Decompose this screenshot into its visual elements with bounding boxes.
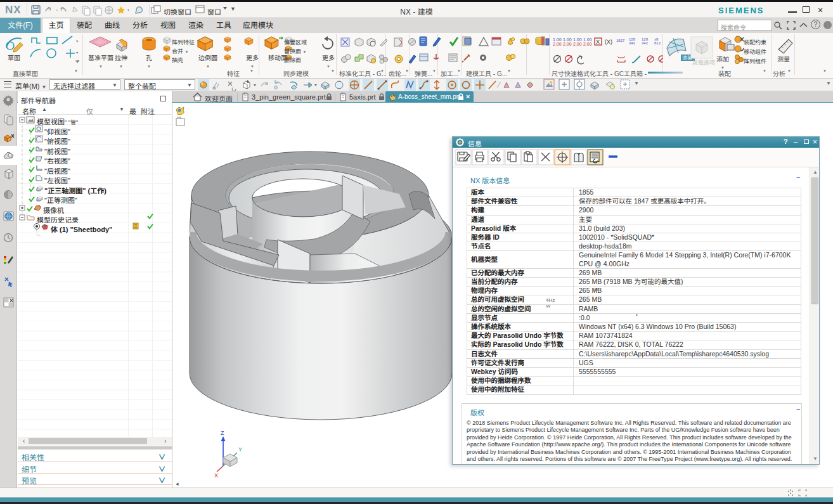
svg-text:2.00: 2.00 (573, 42, 582, 46)
svg-text:Y: Y (238, 446, 242, 453)
svg-text:2.00: 2.00 (583, 42, 592, 46)
svg-text:X: X (596, 39, 600, 45)
svg-text:(X): (X) (605, 39, 612, 45)
svg-text:342: 342 (629, 41, 636, 45)
svg-text:1.00: 1.00 (583, 37, 592, 42)
svg-text:1.00: 1.00 (563, 37, 572, 42)
svg-text:Z: Z (221, 430, 224, 436)
svg-text:2.00: 2.00 (563, 42, 572, 46)
svg-text:2.00: 2.00 (553, 42, 562, 46)
svg-text:1827: 1827 (616, 39, 625, 42)
svg-text:812: 812 (654, 41, 661, 45)
svg-text:1.00: 1.00 (553, 37, 562, 42)
svg-text:342: 342 (642, 41, 649, 45)
svg-text:X: X (214, 472, 218, 479)
svg-text:1.00: 1.00 (573, 37, 582, 42)
